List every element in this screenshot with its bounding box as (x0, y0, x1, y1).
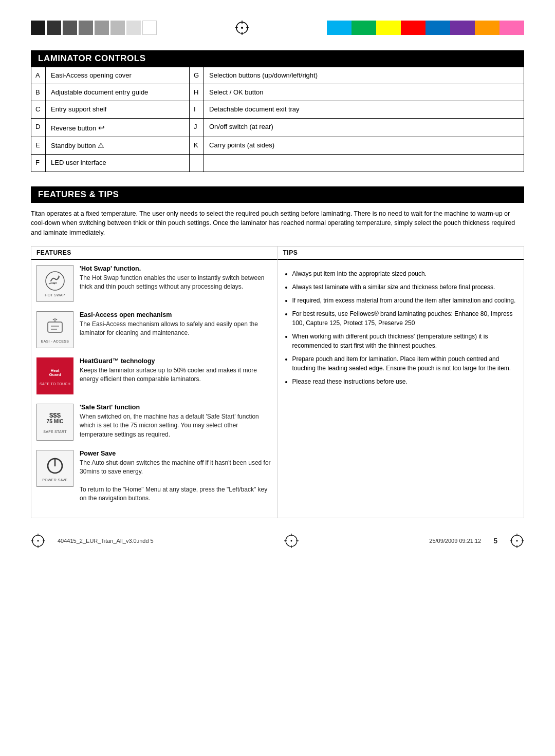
table-row: C Entry support shelf I Detachable docum… (31, 101, 524, 118)
hot-swap-text: 'Hot Swap' function. The Hot Swap functi… (80, 265, 272, 292)
footer: 404415_2_EUR_Titan_All_v3.0.indd 5 25/09… (31, 534, 524, 548)
safe-start-title: 'Safe Start' function (80, 404, 272, 411)
easi-access-text: Easi-Access open mechanism The Easi-Acce… (80, 311, 272, 338)
color-blue (425, 21, 450, 35)
power-save-svg (44, 455, 66, 477)
row-d-letter: D (31, 118, 46, 137)
footer-date: 25/09/2009 09:21:12 (429, 538, 481, 544)
laminator-controls-header: LAMINATOR CONTROLS (31, 50, 524, 67)
list-item: When working with different pouch thickn… (292, 332, 519, 350)
controls-table: A Easi-Access opening cover G Selection … (31, 67, 524, 172)
color-purple (450, 21, 475, 35)
grayscale-blocks (31, 21, 157, 35)
page-wrapper: LAMINATOR CONTROLS A Easi-Access opening… (0, 0, 555, 579)
page-number: 5 (493, 537, 497, 545)
features-tips-header: FEATURES & TIPS (31, 186, 524, 203)
row-c-desc: Entry support shelf (46, 101, 190, 118)
row-k-desc: Carry points (at sides) (204, 137, 524, 155)
footer-filename: 404415_2_EUR_Titan_All_v3.0.indd 5 (58, 538, 154, 544)
feature-easi-access: EASI - ACCESS Easi-Access open mechanism… (36, 311, 272, 348)
color-block-7 (126, 21, 141, 35)
feature-heatguard: Heat Guard SAFE TO TOUCH HeatGuard™ tech… (36, 357, 272, 394)
color-block-5 (95, 21, 109, 35)
row-empty-letter (190, 155, 204, 172)
list-item: For best results, use Fellowes® brand la… (292, 309, 519, 328)
easi-access-label: EASI - ACCESS (41, 339, 69, 343)
row-empty-desc (204, 155, 524, 172)
footer-crosshair-left (31, 534, 45, 548)
power-save-desc: The Auto shut-down switches the machine … (80, 459, 272, 503)
top-decorative-bar (31, 21, 524, 35)
features-tips-columns: FEATURES HOT SWAP (31, 246, 524, 518)
svg-text:$$$: $$$ (49, 411, 61, 419)
table-row: B Adjustable document entry guide H Sele… (31, 84, 524, 101)
hot-swap-icon: HOT SWAP (36, 265, 73, 302)
safe-start-svg: $$$ 75 MIC (44, 410, 66, 429)
color-green (351, 21, 376, 35)
heatguard-svg: Heat Guard (46, 365, 64, 381)
power-save-text: Power Save The Auto shut-down switches t… (80, 450, 272, 503)
features-column-header: FEATURES (31, 247, 278, 260)
row-g-desc: Selection buttons (up/down/left/right) (204, 67, 524, 84)
easi-access-desc: The Easi-Access mechanism allows to safe… (80, 320, 272, 338)
row-j-letter: J (190, 118, 204, 137)
row-a-letter: A (31, 67, 46, 84)
color-yellow (376, 21, 401, 35)
footer-crosshair-right (510, 534, 524, 548)
power-save-title: Power Save (80, 450, 272, 457)
color-block-1 (31, 21, 45, 35)
easi-access-svg (44, 316, 66, 338)
power-save-icon: POWER SAVE (36, 450, 73, 487)
color-block-8 (142, 21, 157, 35)
hot-swap-desc: The Hot Swap function enables the user t… (80, 274, 272, 292)
color-cyan (327, 21, 351, 35)
intro-text: Titan operates at a fixed temperature. T… (31, 209, 524, 238)
row-g-letter: G (190, 67, 204, 84)
safe-start-icon: $$$ 75 MIC SAFE START (36, 404, 73, 441)
row-k-letter: K (190, 137, 204, 155)
color-red (401, 21, 425, 35)
features-column: FEATURES HOT SWAP (31, 247, 278, 518)
color-block-3 (63, 21, 77, 35)
row-h-desc: Select / OK button (204, 84, 524, 101)
row-d-desc: Reverse button ↩ (46, 118, 190, 137)
hot-swap-label: HOT SWAP (45, 293, 65, 297)
power-save-label: POWER SAVE (42, 478, 68, 482)
easi-access-title: Easi-Access open mechanism (80, 311, 272, 318)
easi-access-icon: EASI - ACCESS (36, 311, 73, 348)
features-content: HOT SWAP 'Hot Swap' function. The Hot Sw… (31, 260, 278, 518)
row-f-letter: F (31, 155, 46, 172)
row-j-desc: On/off switch (at rear) (204, 118, 524, 137)
row-e-letter: E (31, 137, 46, 155)
color-pink (499, 21, 524, 35)
crosshair-icon (235, 21, 249, 35)
feature-power-save: POWER SAVE Power Save The Auto shut-down… (36, 450, 272, 503)
svg-rect-8 (48, 322, 62, 332)
color-block-2 (47, 21, 61, 35)
safe-start-label: SAFE START (43, 430, 67, 433)
svg-point-34 (516, 540, 518, 541)
row-e-desc: Standby button ⚠ (46, 137, 190, 155)
hot-swap-title: 'Hot Swap' function. (80, 265, 272, 272)
svg-text:75 MIC: 75 MIC (46, 419, 64, 425)
table-row: D Reverse button ↩ J On/off switch (at r… (31, 118, 524, 137)
row-b-letter: B (31, 84, 46, 101)
feature-safe-start: $$$ 75 MIC SAFE START 'Safe Start' funct… (36, 404, 272, 441)
top-bar-center (157, 21, 327, 35)
features-tips-section: FEATURES & TIPS Titan operates at a fixe… (31, 186, 524, 518)
row-b-desc: Adjustable document entry guide (46, 84, 190, 101)
row-c-letter: C (31, 101, 46, 118)
table-row: F LED user interface (31, 155, 524, 172)
svg-text:Guard: Guard (49, 372, 61, 377)
list-item: If required, trim excess material from a… (292, 296, 519, 305)
row-i-desc: Detachable document exit tray (204, 101, 524, 118)
safe-start-text: 'Safe Start' function When switched on, … (80, 404, 272, 439)
row-h-letter: H (190, 84, 204, 101)
color-block-4 (79, 21, 93, 35)
heatguard-title: HeatGuard™ technology (80, 357, 272, 365)
list-item: Always put item into the appropriate siz… (292, 269, 519, 278)
feature-hot-swap: HOT SWAP 'Hot Swap' function. The Hot Sw… (36, 265, 272, 302)
color-strip-right (327, 21, 524, 35)
laminator-controls-section: LAMINATOR CONTROLS A Easi-Access opening… (31, 50, 524, 172)
footer-crosshair-center (284, 534, 299, 548)
